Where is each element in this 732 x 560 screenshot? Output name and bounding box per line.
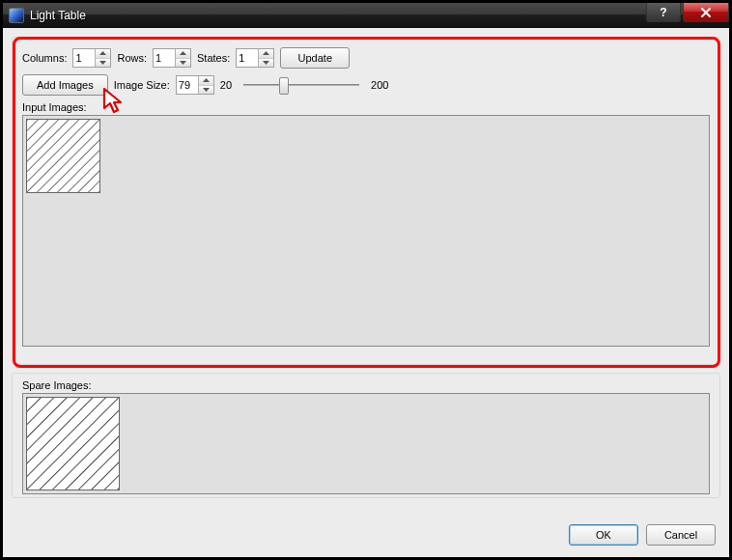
image-size-up[interactable] <box>199 76 213 86</box>
placeholder-hatch-icon <box>27 398 119 490</box>
ok-button[interactable]: OK <box>569 524 638 546</box>
image-size-slider[interactable] <box>243 75 359 95</box>
row-image-controls: Add Images Image Size: 20 200 <box>22 74 710 96</box>
svg-rect-2 <box>27 120 99 192</box>
placeholder-hatch-icon <box>27 120 99 192</box>
input-image-thumb[interactable] <box>26 119 100 193</box>
cancel-button[interactable]: Cancel <box>646 524 716 546</box>
spare-images-well[interactable] <box>22 393 710 494</box>
image-size-spin[interactable] <box>176 75 214 95</box>
columns-spin[interactable] <box>72 48 111 68</box>
rows-spin[interactable] <box>153 48 191 68</box>
slider-max-label: 200 <box>371 79 388 91</box>
states-input[interactable] <box>237 49 258 67</box>
states-up[interactable] <box>259 49 273 59</box>
slider-min-label: 20 <box>220 79 232 91</box>
input-images-label: Input Images: <box>22 101 710 113</box>
window-title: Light Table <box>30 9 644 22</box>
slider-thumb[interactable] <box>279 77 289 95</box>
states-down[interactable] <box>259 59 273 68</box>
rows-label: Rows: <box>117 52 147 64</box>
row-grid-controls: Columns: Rows: States: <box>22 47 710 69</box>
columns-down[interactable] <box>96 59 110 68</box>
spare-images-label: Spare Images: <box>22 379 710 391</box>
input-images-well[interactable] <box>22 115 710 347</box>
columns-label: Columns: <box>22 52 67 64</box>
slider-track <box>243 84 359 86</box>
columns-input[interactable] <box>73 49 95 67</box>
spare-image-thumb[interactable] <box>26 397 120 490</box>
spare-groupbox: Spare Images: <box>12 373 720 498</box>
title-bar: Light Table ? <box>3 3 729 28</box>
top-groupbox: Columns: Rows: States: <box>12 37 720 365</box>
states-label: States: <box>197 52 230 64</box>
rows-up[interactable] <box>176 49 190 59</box>
title-controls: ? <box>644 3 729 22</box>
svg-rect-5 <box>27 398 119 490</box>
client-area: Columns: Rows: States: <box>3 28 729 557</box>
image-size-down[interactable] <box>199 86 213 95</box>
close-icon <box>700 7 712 18</box>
columns-up[interactable] <box>96 49 110 59</box>
dialog-buttons: OK Cancel <box>569 524 716 546</box>
add-images-button[interactable]: Add Images <box>22 74 108 96</box>
image-size-input[interactable] <box>177 76 198 94</box>
dialog-window: Light Table ? Columns: <box>2 2 730 558</box>
help-button[interactable]: ? <box>646 3 681 22</box>
image-size-label: Image Size: <box>114 79 170 91</box>
states-spin[interactable] <box>236 48 274 68</box>
update-button[interactable]: Update <box>280 47 350 69</box>
close-button[interactable] <box>683 3 729 22</box>
rows-down[interactable] <box>176 59 190 68</box>
app-icon <box>9 8 24 23</box>
rows-input[interactable] <box>154 49 175 67</box>
